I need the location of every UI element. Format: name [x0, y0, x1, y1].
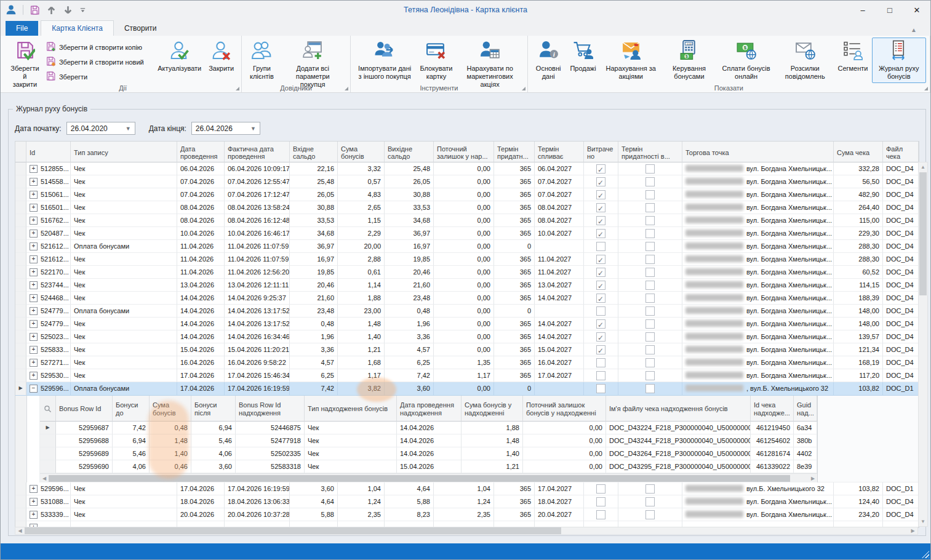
scroll-left-icon[interactable]: ◀: [40, 476, 49, 481]
checkbox[interactable]: [645, 203, 655, 212]
ribbon-button[interactable]: Сегменти: [834, 38, 871, 75]
checkbox[interactable]: [645, 242, 655, 251]
table-row[interactable]: ▶−529596...Оплата бонусами17.04.202617.0…: [15, 382, 919, 396]
checkbox[interactable]: [645, 510, 655, 519]
checkbox[interactable]: [596, 268, 605, 277]
expand-icon[interactable]: +: [30, 268, 38, 276]
table-row[interactable]: +521612...Оплата бонусами11.04.202611.04…: [15, 240, 919, 253]
checkbox[interactable]: [645, 306, 655, 316]
checkbox[interactable]: [645, 255, 655, 264]
save-icon[interactable]: [30, 5, 40, 15]
expand-icon[interactable]: +: [30, 191, 38, 199]
column-header[interactable]: Термін придатності в...: [618, 142, 682, 162]
detail-table-row[interactable]: 529596904,060,463,6052583318Чек15.04.202…: [40, 460, 817, 473]
collapse-icon[interactable]: −: [30, 385, 38, 393]
dialog-launcher-icon[interactable]: [345, 87, 348, 90]
next-record-icon[interactable]: [63, 5, 73, 15]
table-row[interactable]: +521612...Чек11.04.202611.04.2026 11:07:…: [15, 253, 919, 266]
checkbox[interactable]: [645, 281, 655, 290]
table-row[interactable]: +529530...Чек17.04.202617.04.2026 15:46:…: [15, 369, 919, 382]
column-header[interactable]: Дата проведення надходження: [397, 396, 462, 422]
minimize-button[interactable]: –: [849, 1, 876, 19]
dialog-launcher-icon[interactable]: [522, 87, 525, 90]
checkbox[interactable]: [645, 268, 655, 277]
ribbon-button[interactable]: Нарахувати по маркетингових акціях: [456, 38, 523, 91]
checkbox[interactable]: [596, 216, 605, 225]
table-row[interactable]: +524779...Чек14.04.202614.04.2026 13:17:…: [15, 318, 919, 330]
expand-icon[interactable]: +: [30, 165, 38, 173]
column-header[interactable]: Файл чека: [883, 142, 919, 162]
dialog-launcher-icon[interactable]: [924, 87, 928, 90]
checkbox[interactable]: [645, 229, 655, 238]
ribbon-button[interactable]: Закрити: [205, 38, 238, 75]
ribbon-button[interactable]: Зберегти й створити копію: [46, 41, 144, 53]
checkbox[interactable]: [596, 384, 605, 393]
table-row[interactable]: +524468...Чек14.04.202614.04.2026 9:25:3…: [15, 292, 919, 305]
expand-icon[interactable]: +: [30, 320, 38, 328]
expand-icon[interactable]: +: [30, 498, 38, 506]
checkbox[interactable]: [596, 164, 605, 174]
column-header[interactable]: Guid над...: [794, 396, 817, 422]
expand-icon[interactable]: +: [30, 333, 38, 341]
expand-icon[interactable]: +: [30, 281, 38, 289]
column-header[interactable]: Бонуси після: [191, 396, 236, 422]
detail-table-row[interactable]: 529596886,941,485,4652477918Чек14.04.202…: [40, 434, 817, 447]
column-header[interactable]: Витрачено: [584, 142, 618, 162]
column-header[interactable]: Поточний залишок у нар...: [434, 142, 494, 162]
close-button[interactable]: ✕: [903, 1, 930, 19]
ribbon-button[interactable]: Продажі: [566, 38, 599, 75]
scroll-up-icon[interactable]: ▲: [919, 162, 927, 172]
checkbox[interactable]: [645, 332, 655, 342]
scrollbar-thumb[interactable]: [919, 172, 927, 295]
checkbox[interactable]: [596, 177, 605, 186]
detail-horizontal-scrollbar[interactable]: ◀▶: [40, 473, 817, 482]
checkbox[interactable]: [645, 497, 655, 506]
customize-toolbar-icon[interactable]: [79, 7, 86, 14]
table-row[interactable]: +515061...Чек07.04.202607.04.2026 17:12:…: [15, 188, 919, 201]
checkbox[interactable]: [596, 294, 605, 303]
detail-table-row[interactable]: ▶529596877,420,486,9452446875Чек14.04.20…: [40, 422, 817, 434]
column-header[interactable]: Дата проведення: [177, 142, 225, 162]
ribbon-button[interactable]: Зберегти й створити новий: [46, 56, 144, 68]
tab-client-card[interactable]: Картка Клієнта: [41, 20, 114, 36]
scroll-left-icon[interactable]: ◀: [15, 528, 25, 534]
scrollbar-thumb[interactable]: [25, 527, 561, 534]
column-header[interactable]: Сума бонусів у надходженні: [462, 396, 523, 422]
resize-grip[interactable]: [922, 551, 929, 558]
ribbon-button[interactable]: Імпортувати дані з іншого покупця: [353, 38, 417, 83]
vertical-scrollbar[interactable]: ▲ ▼: [918, 162, 928, 527]
checkbox[interactable]: [596, 497, 605, 506]
maximize-button[interactable]: □: [876, 1, 903, 19]
table-row[interactable]: +525023...Чек14.04.202614.04.2026 16:34:…: [15, 330, 919, 343]
expand-icon[interactable]: +: [30, 217, 38, 225]
checkbox[interactable]: [645, 345, 655, 354]
column-header[interactable]: Id чека надходже...: [751, 396, 794, 422]
detail-table-row[interactable]: 529596895,461,404,0652502335Чек14.04.202…: [40, 447, 817, 460]
table-row[interactable]: +524779...Оплата бонусами14.04.202614.04…: [15, 305, 919, 318]
expand-icon[interactable]: +: [30, 230, 38, 238]
table-row[interactable]: +522170...Чек11.04.202611.04.2026 12:56:…: [15, 266, 919, 279]
table-row[interactable]: +523744...Чек13.04.202613.04.2026 12:11:…: [15, 279, 919, 292]
expand-icon[interactable]: +: [30, 511, 38, 519]
expand-icon[interactable]: +: [30, 204, 38, 212]
checkbox[interactable]: [596, 242, 605, 251]
checkbox[interactable]: [645, 164, 655, 174]
checkbox[interactable]: [596, 281, 605, 290]
checkbox[interactable]: [645, 216, 655, 225]
checkbox[interactable]: [645, 294, 655, 303]
checkbox[interactable]: [645, 177, 655, 186]
expand-icon[interactable]: +: [30, 242, 38, 250]
table-row[interactable]: +512855...Чек06.04.202606.04.2026 10:09:…: [15, 162, 919, 175]
ribbon-button[interactable]: Нарахування за акціями: [600, 38, 662, 83]
table-row[interactable]: +520487...Чек10.04.202610.04.2026 16:46:…: [15, 227, 919, 240]
table-row[interactable]: +516762...Чек08.04.202608.04.2026 16:12:…: [15, 214, 919, 227]
ribbon-button[interactable]: iОсновні дані: [530, 38, 567, 83]
expand-icon[interactable]: +: [30, 307, 38, 315]
tab-file[interactable]: File: [6, 21, 38, 36]
ribbon-button[interactable]: Групи клієнтів: [244, 38, 279, 83]
column-header[interactable]: Фактична дата проведення: [225, 142, 290, 162]
checkbox[interactable]: [596, 371, 605, 380]
table-row[interactable]: +527271...Чек16.04.202616.04.2026 9:58:2…: [15, 356, 919, 369]
dialog-launcher-icon[interactable]: [236, 87, 239, 90]
checkbox[interactable]: [645, 384, 655, 393]
